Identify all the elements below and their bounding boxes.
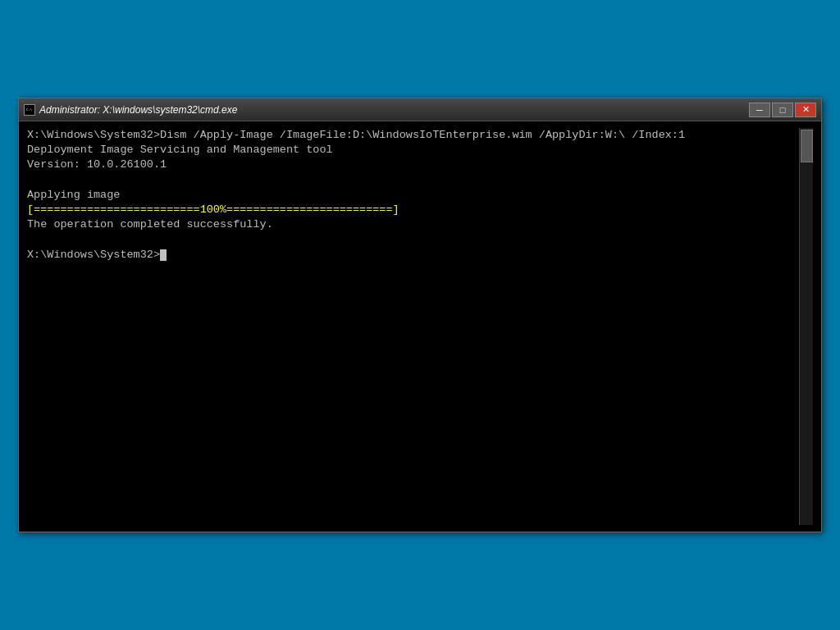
title-bar-left: Administrator: X:\windows\system32\cmd.e… — [24, 104, 237, 116]
scrollbar-thumb[interactable] — [801, 130, 813, 162]
dism-line2: Version: 10.0.26100.1 — [27, 158, 167, 171]
console-content: X:\Windows\System32>Dism /Apply-Image /I… — [27, 128, 799, 525]
new-prompt: X:\Windows\System32> — [27, 249, 160, 261]
progress-bar: [=========================100%==========… — [27, 203, 399, 216]
applying-image: Applying image — [27, 189, 120, 201]
title-bar-controls: ─ □ ✕ — [749, 103, 816, 117]
window-title: Administrator: X:\windows\system32\cmd.e… — [39, 104, 237, 116]
dism-line1: Deployment Image Servicing and Managemen… — [27, 144, 333, 156]
command-line: X:\Windows\System32>Dism /Apply-Image /I… — [27, 129, 685, 141]
maximize-button[interactable]: □ — [772, 103, 793, 117]
cursor — [160, 249, 167, 261]
close-button[interactable]: ✕ — [795, 103, 816, 117]
success-message: The operation completed successfully. — [27, 218, 273, 231]
cmd-icon — [24, 104, 35, 116]
console-output: X:\Windows\System32>Dism /Apply-Image /I… — [27, 128, 799, 262]
cmd-window: Administrator: X:\windows\system32\cmd.e… — [18, 98, 822, 532]
minimize-button[interactable]: ─ — [749, 103, 770, 117]
console-body[interactable]: X:\Windows\System32>Dism /Apply-Image /I… — [19, 121, 821, 532]
scrollbar[interactable] — [799, 128, 813, 525]
title-bar: Administrator: X:\windows\system32\cmd.e… — [19, 98, 821, 121]
cmd-icon-inner — [26, 107, 33, 112]
